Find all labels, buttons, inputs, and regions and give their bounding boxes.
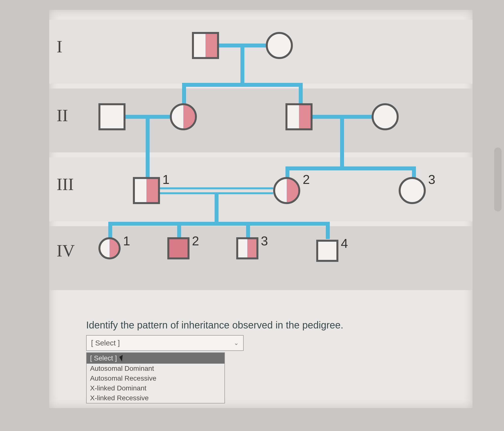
inheritance-dropdown[interactable]: [ Select ] Autosomal Dominant Autosomal … — [86, 352, 225, 403]
pedigree-I-2-female — [266, 32, 293, 59]
pedigree-II-1-male — [98, 103, 126, 130]
pedigree-III-2-female-carrier — [273, 177, 300, 204]
pedigree-IV-2-male-affected — [167, 237, 189, 259]
label-IV-4: 4 — [341, 236, 348, 251]
sib-line-IV — [108, 222, 330, 226]
scrollbar-thumb[interactable] — [494, 148, 502, 211]
chevron-down-icon: ⌄ — [234, 340, 239, 346]
sib-line-II — [182, 83, 303, 87]
pedigree-II-4-female — [372, 103, 399, 130]
label-III-3: 3 — [428, 172, 435, 187]
option-xlinked-recessive[interactable]: X-linked Recessive — [87, 393, 224, 403]
pedigree-II-2-female-carrier — [170, 103, 197, 130]
pedigree-III-3-female — [399, 177, 426, 204]
gen-label-2: II — [57, 106, 68, 125]
pedigree-IV-4-male — [316, 240, 338, 262]
drop-IV-2 — [177, 222, 181, 239]
pedigree-I-1-male-carrier — [192, 32, 219, 59]
pedigree-II-3-male-carrier — [285, 103, 313, 130]
label-IV-3: 3 — [261, 234, 268, 248]
sib-line-III-right — [285, 166, 416, 170]
inheritance-select[interactable]: [ Select ] ⌄ — [86, 335, 244, 351]
label-IV-2: 2 — [192, 234, 199, 248]
drop-IV-1 — [108, 222, 112, 239]
pedigree-III-1-male-carrier — [133, 177, 160, 204]
label-IV-1: 1 — [123, 234, 130, 248]
question-prompt: Identify the pattern of inheritance obse… — [86, 320, 431, 331]
option-xlinked-dominant[interactable]: X-linked Dominant — [87, 383, 224, 393]
dropdown-header[interactable]: [ Select ] — [87, 353, 224, 364]
desc-line-II-left — [146, 115, 150, 166]
desc-line-I — [240, 44, 244, 83]
select-placeholder: [ Select ] — [91, 339, 120, 347]
gen-label-1: I — [57, 37, 62, 57]
label-III-1: 1 — [162, 172, 170, 187]
question-block: Identify the pattern of inheritance obse… — [86, 320, 431, 403]
pedigree-IV-3-male-carrier — [236, 237, 258, 259]
gen-label-4: IV — [57, 241, 75, 261]
drop-II-2 — [182, 83, 186, 105]
drop-II-3 — [299, 83, 303, 105]
consang-line-top — [160, 187, 273, 189]
row-gen-1 — [49, 20, 472, 84]
desc-line-III — [215, 192, 219, 222]
cursor-icon — [119, 355, 126, 361]
pedigree-IV-1-female-carrier — [98, 237, 121, 259]
pedigree-panel: I II III IV 1 2 3 1 2 3 4 — [49, 10, 472, 408]
option-autosomal-recessive[interactable]: Autosomal Recessive — [87, 373, 224, 383]
dropdown-header-text: [ Select ] — [90, 354, 117, 362]
drop-IV-3 — [246, 222, 250, 239]
drop-IV-4 — [326, 222, 330, 239]
gen-label-3: III — [57, 175, 74, 194]
label-III-2: 2 — [303, 172, 310, 187]
option-autosomal-dominant[interactable]: Autosomal Dominant — [87, 364, 224, 373]
desc-line-II-right — [340, 115, 344, 166]
